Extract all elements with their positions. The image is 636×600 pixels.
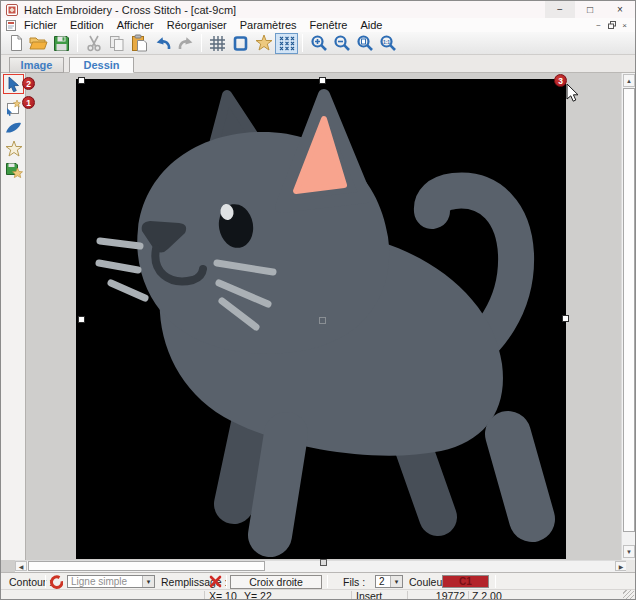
redo-icon [177,35,195,51]
no-fill-x-icon[interactable] [209,575,222,588]
menu-parametres[interactable]: Paramètres [240,19,297,31]
tab-strip: Image Dessin [1,55,635,73]
save-design-icon [5,162,23,180]
propbar-separator [226,575,227,588]
save-button[interactable] [50,33,73,54]
menu-aide[interactable]: Aide [360,19,382,31]
horizontal-scroll-thumb[interactable] [28,561,265,571]
status-coord-x: X= 10 [209,590,237,600]
minimize-button[interactable]: − [545,1,575,18]
star-icon [255,34,273,52]
blade-icon [5,121,22,134]
undo-button[interactable] [151,33,174,54]
status-zoom-level: Z 2.00 [472,590,502,600]
mdi-minimize-button[interactable]: − [592,19,605,31]
zoom-to-page-icon [356,34,374,52]
tab-dessin[interactable]: Dessin [69,57,134,73]
menu-fenetre[interactable]: Fenêtre [310,19,348,31]
window-title: Hatch Embroidery - Cross Stitch - [cat-9… [24,4,545,16]
menu-edition[interactable]: Edition [70,19,104,31]
scrollbar-corner [626,560,635,572]
outline-run-icon[interactable] [49,575,63,589]
mouse-cursor-icon [566,83,579,102]
zoom-to-page-button[interactable] [353,33,376,54]
zoom-1to1-button[interactable]: 1:1 [376,33,399,54]
toolbar-separator [302,34,303,52]
selection-center-anchor[interactable] [319,317,326,324]
scroll-down-button[interactable]: ▼ [623,545,635,558]
workspace: 2 1 [1,73,635,572]
dropdown-arrow-icon[interactable]: ▾ [142,576,154,587]
open-folder-icon [29,35,48,51]
statusbar-divider [468,591,469,600]
scroll-left-button[interactable]: ◀ [15,561,27,571]
magic-wand-tool-button[interactable] [3,117,24,137]
document-icon [6,20,16,31]
zoom-out-button[interactable] [330,33,353,54]
tab-dessin-label: Dessin [83,59,119,71]
menu-bar: Fichier Edition Afficher Réorganiser Par… [1,18,635,32]
threads-label: Fils : [343,576,365,588]
contour-type-value: Ligne simple [68,576,142,587]
contour-type-dropdown[interactable]: Ligne simple ▾ [67,575,155,588]
paste-clipboard-icon [131,34,148,52]
close-button[interactable]: × [605,1,635,18]
cross-type-button[interactable]: Croix droite [230,575,322,589]
properties-bar: Contour : Ligne simple ▾ Remplissage : C… [1,572,635,589]
tab-image[interactable]: Image [9,57,64,73]
menu-afficher[interactable]: Afficher [117,19,154,31]
cross-stitch-grid-icon [278,35,296,52]
svg-text:1:1: 1:1 [382,39,389,45]
dropdown-arrow-icon[interactable]: ▾ [390,576,402,587]
propbar-separator [495,575,496,588]
selection-handle-top-left[interactable] [78,77,85,84]
mdi-close-button[interactable]: × [618,19,631,31]
threads-value: 2 [376,576,390,587]
scroll-left-icon: ◀ [19,563,24,570]
zoom-1to1-icon: 1:1 [379,34,397,52]
maximize-button[interactable]: □ [575,1,605,18]
vertical-scrollbar[interactable]: ▲ ▼ [621,73,635,560]
selection-handle-top-center[interactable] [319,77,326,84]
auto-digitize-tool-button[interactable] [3,139,24,159]
paste-button[interactable] [128,33,151,54]
vertical-scroll-thumb[interactable] [623,88,635,532]
mdi-restore-button[interactable] [605,19,618,31]
insert-artwork-tool-button[interactable] [3,97,24,117]
mdi-window-controls: − × [592,19,635,31]
redo-button[interactable] [174,33,197,54]
selection-handle-middle-right[interactable] [562,315,569,322]
auto-digitize-button[interactable] [252,33,275,54]
open-button[interactable] [27,33,50,54]
toolbar-separator [201,34,202,52]
left-tool-palette [1,73,26,560]
menu-reorganiser[interactable]: Réorganiser [167,19,227,31]
save-icon [53,35,70,52]
color-swatch[interactable]: C1 [442,575,489,588]
copy-button[interactable] [105,33,128,54]
scroll-right-icon: ▶ [619,563,624,570]
app-icon [6,4,18,16]
select-arrow-icon [6,76,21,92]
step-badge-1: 1 [22,96,35,109]
copy-icon [109,35,125,52]
menu-fichier[interactable]: Fichier [24,19,57,31]
selection-handle-middle-left[interactable] [78,316,85,323]
status-coord-y: Y= 22 [244,590,272,600]
selection-handle-bottom-center[interactable] [320,559,327,566]
threads-dropdown[interactable]: 2 ▾ [375,575,403,588]
scroll-up-button[interactable]: ▲ [623,74,635,87]
new-document-icon [8,34,24,52]
title-bar: Hatch Embroidery - Cross Stitch - [cat-9… [1,1,635,18]
zoom-in-button[interactable] [307,33,330,54]
zoom-in-icon [310,34,328,52]
grid-button[interactable] [206,33,229,54]
hoop-button[interactable] [229,33,252,54]
resize-grip-icon[interactable] [623,590,634,600]
cut-button[interactable] [82,33,105,54]
select-tool-button[interactable] [3,74,24,94]
step-badge-2: 2 [22,77,35,90]
save-design-tool-button[interactable] [3,161,24,181]
cross-stitch-grid-button[interactable] [275,33,298,54]
new-button[interactable] [4,33,27,54]
